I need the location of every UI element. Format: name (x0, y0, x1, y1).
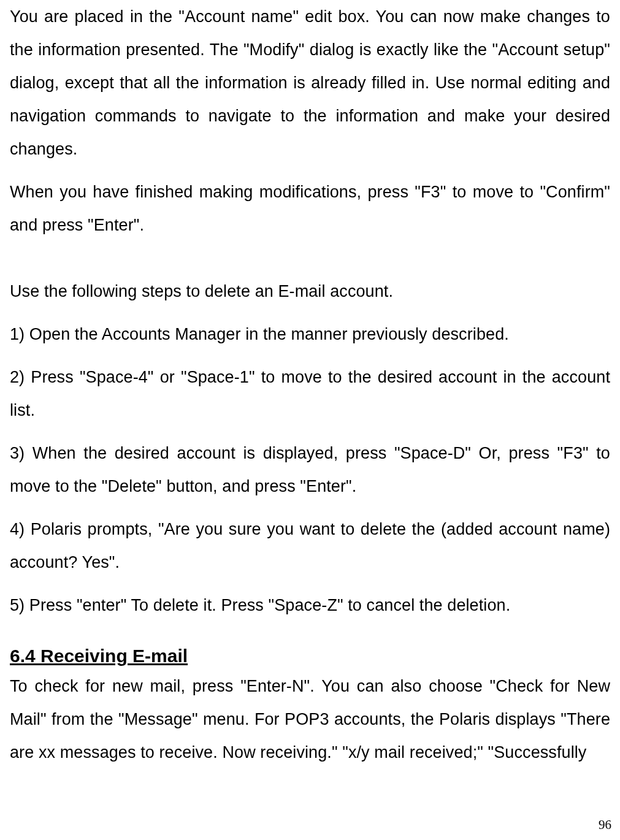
step-3: 3) When the desired account is displayed… (10, 437, 610, 503)
spacer (10, 579, 610, 589)
paragraph-delete-intro: Use the following steps to delete an E-m… (10, 275, 610, 308)
step-1: 1) Open the Accounts Manager in the mann… (10, 318, 610, 351)
step-2: 2) Press "Space-4" or "Space-1" to move … (10, 361, 610, 427)
paragraph-intro: You are placed in the "Account name" edi… (10, 0, 610, 166)
spacer (10, 427, 610, 437)
spacer (10, 503, 610, 513)
spacer (10, 166, 610, 175)
step-5: 5) Press "enter" To delete it. Press "Sp… (10, 589, 610, 622)
paragraph-confirm: When you have finished making modificati… (10, 175, 610, 242)
spacer (10, 308, 610, 318)
spacer (10, 242, 610, 275)
step-4: 4) Polaris prompts, "Are you sure you wa… (10, 513, 610, 579)
page-number: 96 (599, 817, 611, 833)
spacer (10, 351, 610, 361)
section-heading-receiving-email: 6.4 Receiving E-mail (10, 622, 610, 670)
document-page: You are placed in the "Account name" edi… (0, 0, 620, 769)
paragraph-receiving-body: To check for new mail, press "Enter-N". … (10, 670, 610, 769)
